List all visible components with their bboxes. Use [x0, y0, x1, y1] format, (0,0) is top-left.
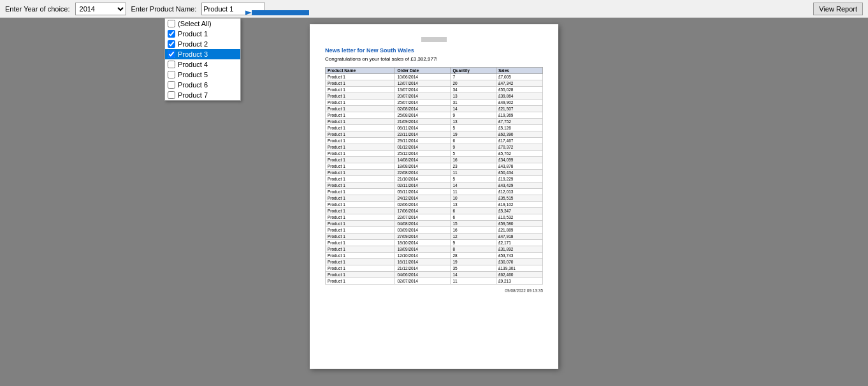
table-row: Product 121/12/201435£139,301 [326, 265, 543, 272]
table-cell: Product 1 [326, 163, 395, 170]
table-cell: 28 [451, 253, 496, 259]
table-cell: Product 1 [326, 106, 395, 112]
checkbox-product1[interactable] [168, 30, 175, 38]
checkbox-product2[interactable] [168, 40, 175, 48]
table-cell: 04/08/2014 [395, 221, 451, 227]
table-row: Product 118/10/20149£2,171 [326, 240, 543, 246]
table-cell: Product 1 [326, 112, 395, 119]
table-cell: Product 1 [326, 278, 395, 285]
table-row: Product 114/08/201416£34,099 [326, 157, 543, 163]
checkbox-product7[interactable] [168, 91, 175, 99]
dropdown-item-product7[interactable]: Product 7 [165, 90, 240, 100]
table-cell: 15 [451, 221, 496, 227]
table-cell: £21,507 [496, 106, 542, 112]
dropdown-item-product6[interactable]: Product 6 [165, 80, 240, 90]
year-select[interactable]: 2014 2013 2015 2016 [75, 3, 126, 15]
table-row: Product 106/11/20145£5,126 [326, 125, 543, 131]
table-row: Product 118/09/20148£31,892 [326, 246, 543, 253]
table-cell: 35 [451, 265, 496, 272]
checkbox-product3[interactable] [168, 50, 175, 58]
table-cell: Product 1 [326, 202, 395, 208]
table-cell: 8 [451, 246, 496, 253]
dropdown-label-product5: Product 5 [178, 71, 208, 78]
table-cell: Product 1 [326, 119, 395, 125]
table-cell: 31 [451, 100, 496, 106]
table-cell: 10/06/2014 [395, 74, 451, 80]
table-body: Product 110/06/20147£7,005Product 112/07… [326, 74, 543, 285]
table-cell: Product 1 [326, 272, 395, 278]
col-header-quantity: Quantity [451, 68, 496, 74]
table-row: Product 122/08/201411£50,434 [326, 170, 543, 176]
product-dropdown: (Select All) Product 1 Product 2 Product… [164, 18, 241, 101]
table-cell: 25/07/2014 [395, 100, 451, 106]
checkbox-select-all[interactable] [168, 20, 175, 27]
table-cell: £21,889 [496, 227, 542, 234]
checkbox-product4[interactable] [168, 61, 175, 68]
table-cell: 20 [451, 80, 496, 87]
table-row: Product 117/06/20146£5,347 [326, 208, 543, 214]
table-cell: £35,515 [496, 195, 542, 202]
table-cell: Product 1 [326, 170, 395, 176]
dropdown-item-product5[interactable]: Product 5 [165, 70, 240, 80]
col-header-order-date: Order Date [395, 68, 451, 74]
report-paper: News letter for New South Wales Congratu… [310, 24, 558, 369]
table-cell: £17,467 [496, 138, 542, 144]
table-header-row: Product Name Order Date Quantity Sales [326, 68, 543, 74]
dropdown-item-product3[interactable]: Product 3 [165, 49, 240, 59]
table-cell: 25/12/2014 [395, 151, 451, 157]
dropdown-label-product7: Product 7 [178, 91, 208, 99]
table-cell: 17/06/2014 [395, 208, 451, 214]
arrow-indicator [245, 3, 309, 22]
dropdown-label-product3: Product 3 [178, 50, 208, 58]
table-cell: Product 1 [326, 144, 395, 151]
table-row: Product 122/07/20146£10,532 [326, 214, 543, 221]
table-cell: Product 1 [326, 100, 395, 106]
col-header-product-name: Product Name [326, 68, 395, 74]
table-cell: Product 1 [326, 195, 395, 202]
table-cell: £9,213 [496, 278, 542, 285]
checkbox-product5[interactable] [168, 71, 175, 78]
table-row: Product 102/11/201414£43,429 [326, 182, 543, 189]
table-cell: 25/08/2014 [395, 112, 451, 119]
table-cell: £43,878 [496, 163, 542, 170]
table-cell: Product 1 [326, 93, 395, 100]
dropdown-item-product4[interactable]: Product 4 [165, 59, 240, 70]
table-cell: Product 1 [326, 234, 395, 240]
table-cell: 18/10/2014 [395, 240, 451, 246]
table-cell: £2,171 [496, 240, 542, 246]
table-cell: Product 1 [326, 176, 395, 182]
table-cell: 12/10/2014 [395, 253, 451, 259]
table-cell: Product 1 [326, 157, 395, 163]
table-cell: 16/11/2014 [395, 259, 451, 265]
col-header-sales: Sales [496, 68, 542, 74]
dropdown-item-select-all[interactable]: (Select All) [165, 19, 240, 29]
table-cell: Product 1 [326, 131, 395, 138]
table-cell: Product 1 [326, 125, 395, 131]
table-cell: 12 [451, 234, 496, 240]
table-cell: 5 [451, 125, 496, 131]
table-row: Product 120/07/201413£39,864 [326, 93, 543, 100]
table-cell: £55,028 [496, 87, 542, 93]
view-report-button[interactable]: View Report [813, 3, 863, 15]
table-cell: 05/11/2014 [395, 189, 451, 195]
table-cell: Product 1 [326, 246, 395, 253]
dropdown-item-product1[interactable]: Product 1 [165, 29, 240, 39]
dropdown-item-product2[interactable]: Product 2 [165, 39, 240, 49]
table-row: Product 122/11/201419£62,390 [326, 131, 543, 138]
table-cell: 10 [451, 195, 496, 202]
dropdown-label-select-all: (Select All) [178, 20, 212, 27]
table-cell: 04/06/2014 [395, 272, 451, 278]
table-row: Product 102/08/201414£21,507 [326, 106, 543, 112]
checkbox-product6[interactable] [168, 81, 175, 89]
table-cell: £70,372 [496, 144, 542, 151]
table-cell: 13 [451, 202, 496, 208]
table-cell: 02/08/2014 [395, 106, 451, 112]
table-cell: Product 1 [326, 259, 395, 265]
table-cell: 02/06/2014 [395, 202, 451, 208]
dropdown-label-product4: Product 4 [178, 61, 208, 68]
table-cell: 12/07/2014 [395, 80, 451, 87]
table-cell: 5 [451, 176, 496, 182]
table-row: Product 118/08/201423£43,878 [326, 163, 543, 170]
table-cell: 14 [451, 272, 496, 278]
table-cell: £47,918 [496, 234, 542, 240]
